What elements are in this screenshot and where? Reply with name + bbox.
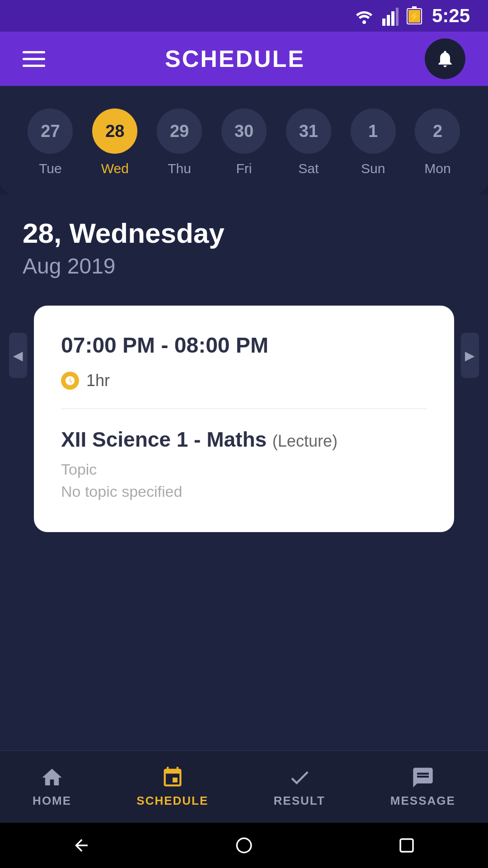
message-icon [411, 766, 435, 789]
lecture-tag: (Lecture) [272, 432, 338, 450]
svg-point-0 [362, 20, 366, 24]
next-card-button[interactable]: ▶ [461, 333, 479, 378]
day-item-thu[interactable]: 29 Thu [157, 108, 202, 176]
back-button[interactable] [72, 836, 91, 855]
svg-rect-4 [396, 8, 399, 26]
bell-icon [435, 49, 455, 69]
nav-label-result: RESULT [274, 794, 325, 808]
day-label-tue: Tue [39, 161, 62, 176]
svg-rect-10 [400, 839, 413, 852]
day-number-1: 1 [351, 108, 396, 154]
calendar-section: 27 Tue 28 Wed 29 Thu 30 Fri 31 Sat 1 Sun… [0, 86, 488, 194]
status-icons: ⚡ 5:25 [354, 5, 470, 27]
hamburger-menu-button[interactable] [23, 51, 45, 67]
app-title: SCHEDULE [165, 45, 305, 72]
day-number-28: 28 [92, 108, 137, 154]
nav-item-home[interactable]: HOME [19, 761, 85, 812]
day-item-sun[interactable]: 1 Sun [351, 108, 396, 176]
day-item-tue[interactable]: 27 Tue [28, 108, 73, 176]
wifi-icon [354, 8, 374, 24]
day-number-2: 2 [415, 108, 460, 154]
day-number-27: 27 [28, 108, 73, 154]
app-bar: SCHEDULE [0, 32, 488, 86]
day-item-wed[interactable]: 28 Wed [92, 108, 137, 176]
svg-rect-2 [387, 15, 390, 26]
card-duration: 1hr [61, 371, 427, 390]
day-label-thu: Thu [168, 161, 191, 176]
svg-rect-1 [382, 19, 385, 26]
date-main: 28, Wednesday [23, 217, 465, 249]
schedule-area: ◀ 07:00 PM - 08:00 PM 1hr XII Science 1 … [0, 292, 488, 750]
svg-point-9 [237, 838, 251, 853]
class-name: XII Science 1 - Maths (Lecture) [61, 427, 427, 452]
signal-icon [382, 6, 399, 26]
day-number-30: 30 [221, 108, 267, 154]
topic-value: No topic specified [61, 483, 427, 500]
home-button[interactable] [235, 836, 253, 855]
result-icon [288, 766, 311, 789]
bottom-nav: HOME SCHEDULE RESULT MESSAGE [0, 750, 488, 823]
calendar-days: 27 Tue 28 Wed 29 Thu 30 Fri 31 Sat 1 Sun… [18, 108, 470, 176]
svg-rect-7 [412, 6, 417, 9]
nav-item-message[interactable]: MESSAGE [377, 761, 469, 812]
status-time: 5:25 [432, 5, 470, 27]
svg-text:⚡: ⚡ [408, 11, 420, 22]
schedule-card: 07:00 PM - 08:00 PM 1hr XII Science 1 - … [34, 306, 454, 532]
day-item-mon[interactable]: 2 Mon [415, 108, 460, 176]
battery-icon: ⚡ [407, 6, 424, 26]
schedule-icon [161, 766, 184, 789]
nav-item-schedule[interactable]: SCHEDULE [123, 761, 222, 812]
day-label-sat: Sat [298, 161, 319, 176]
date-sub: Aug 2019 [23, 254, 465, 278]
day-item-fri[interactable]: 30 Fri [221, 108, 267, 176]
nav-item-result[interactable]: RESULT [260, 761, 339, 812]
day-label-wed: Wed [101, 161, 129, 176]
card-divider [61, 408, 427, 409]
android-nav-bar [0, 823, 488, 868]
nav-label-home: HOME [33, 794, 71, 808]
nav-label-schedule: SCHEDULE [136, 794, 208, 808]
day-number-31: 31 [286, 108, 331, 154]
status-bar: ⚡ 5:25 [0, 0, 488, 32]
day-number-29: 29 [157, 108, 202, 154]
date-header: 28, Wednesday Aug 2019 [0, 194, 488, 292]
card-time: 07:00 PM - 08:00 PM [61, 333, 427, 358]
notification-button[interactable] [425, 38, 465, 79]
nav-label-message: MESSAGE [390, 794, 455, 808]
day-label-mon: Mon [424, 161, 450, 176]
home-icon [40, 766, 64, 789]
day-label-fri: Fri [236, 161, 252, 176]
duration-text: 1hr [86, 371, 110, 390]
clock-icon [61, 372, 79, 390]
day-label-sun: Sun [361, 161, 385, 176]
recents-button[interactable] [397, 836, 416, 855]
svg-rect-3 [391, 11, 394, 26]
prev-card-button[interactable]: ◀ [9, 333, 27, 378]
topic-label: Topic [61, 461, 427, 478]
day-item-sat[interactable]: 31 Sat [286, 108, 331, 176]
